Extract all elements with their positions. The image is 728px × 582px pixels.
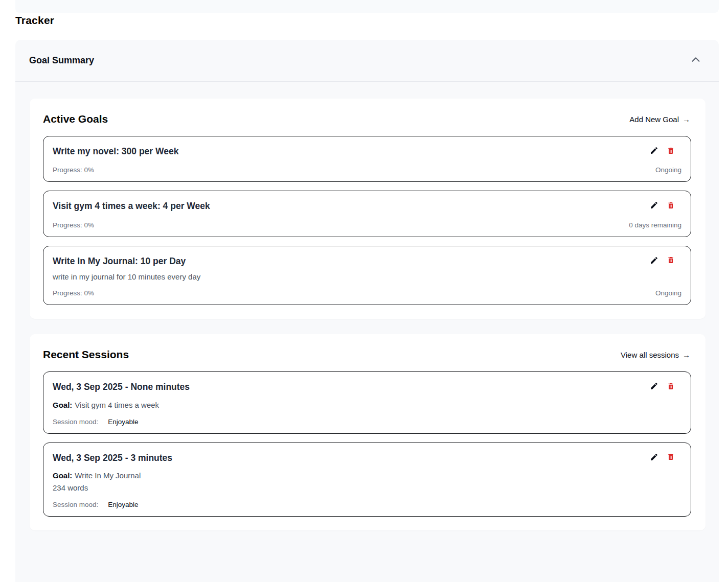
delete-session-button[interactable] <box>666 453 675 462</box>
goal-status: Ongoing <box>655 289 681 297</box>
goal-summary-header[interactable]: Goal Summary <box>15 40 719 82</box>
goal-status: 0 days remaining <box>629 221 681 229</box>
session-goal-value: Visit gym 4 times a week <box>75 401 159 409</box>
goal-progress: Progress: 0% <box>53 289 94 297</box>
pencil-icon <box>650 201 658 211</box>
session-mood-value: Enjoyable <box>108 418 138 426</box>
delete-session-button[interactable] <box>666 382 675 391</box>
view-all-sessions-label: View all sessions <box>621 351 679 359</box>
goal-summary-title: Goal Summary <box>29 55 94 66</box>
goal-summary-card: Goal Summary Active Goals Add New Goal →… <box>15 40 719 582</box>
goal-card: Write In My Journal: 10 per Day <box>43 246 691 305</box>
recent-sessions-panel: Recent Sessions View all sessions → Wed,… <box>30 334 706 530</box>
session-title: Wed, 3 Sep 2025 - None minutes <box>53 381 190 393</box>
add-new-goal-link[interactable]: Add New Goal → <box>629 115 690 124</box>
delete-goal-button[interactable] <box>666 147 675 156</box>
goal-progress: Progress: 0% <box>53 166 94 174</box>
scrolled-card-edge <box>15 0 719 13</box>
trash-icon <box>667 255 675 266</box>
add-new-goal-label: Add New Goal <box>629 115 679 124</box>
goal-card: Write my novel: 300 per Week <box>43 136 691 182</box>
active-goals-title: Active Goals <box>43 113 108 125</box>
arrow-right-icon: → <box>682 115 690 124</box>
session-goal-label: Goal: <box>53 401 72 409</box>
page-title: Tracker <box>15 14 54 27</box>
arrow-right-icon: → <box>682 351 690 359</box>
goal-title: Write In My Journal: 10 per Day <box>53 255 186 268</box>
pencil-icon <box>650 382 658 392</box>
trash-icon <box>667 382 675 392</box>
edit-goal-button[interactable] <box>649 257 658 266</box>
pencil-icon <box>650 453 658 463</box>
chevron-up-icon <box>690 54 701 67</box>
goal-title: Write my novel: 300 per Week <box>53 145 178 158</box>
session-mood-label: Session mood: <box>53 501 98 508</box>
edit-goal-button[interactable] <box>649 147 658 156</box>
recent-sessions-title: Recent Sessions <box>43 348 129 361</box>
session-goal: Goal:Write In My Journal <box>53 471 681 480</box>
session-mood-value: Enjoyable <box>108 501 138 508</box>
goal-title: Visit gym 4 times a week: 4 per Week <box>53 200 210 213</box>
goal-description: write in my journal for 10 minutes every… <box>53 272 681 281</box>
session-goal: Goal:Visit gym 4 times a week <box>53 401 681 409</box>
goal-card: Visit gym 4 times a week: 4 per Week <box>43 191 691 237</box>
edit-goal-button[interactable] <box>649 201 658 211</box>
active-goals-panel: Active Goals Add New Goal → Write my nov… <box>30 99 706 319</box>
session-goal-value: Write In My Journal <box>75 471 141 480</box>
delete-goal-button[interactable] <box>666 201 675 211</box>
delete-goal-button[interactable] <box>666 257 675 266</box>
trash-icon <box>667 201 675 212</box>
collapse-button[interactable] <box>688 53 703 68</box>
goal-summary-body: Active Goals Add New Goal → Write my nov… <box>15 82 719 530</box>
session-title: Wed, 3 Sep 2025 - 3 minutes <box>53 452 172 464</box>
pencil-icon <box>650 146 658 156</box>
session-word-count: 234 words <box>53 483 681 492</box>
pencil-icon <box>650 256 658 266</box>
session-mood: Session mood: Enjoyable <box>53 418 681 426</box>
session-card: Wed, 3 Sep 2025 - 3 minutes <box>43 443 691 517</box>
session-goal-label: Goal: <box>53 471 72 480</box>
trash-icon <box>667 146 675 157</box>
view-all-sessions-link[interactable]: View all sessions → <box>621 351 690 359</box>
session-mood: Session mood: Enjoyable <box>53 501 681 508</box>
goal-status: Ongoing <box>655 166 681 174</box>
edit-session-button[interactable] <box>649 453 658 462</box>
edit-session-button[interactable] <box>649 382 658 391</box>
trash-icon <box>667 452 675 463</box>
goal-progress: Progress: 0% <box>53 221 94 229</box>
session-mood-label: Session mood: <box>53 418 98 426</box>
session-card: Wed, 3 Sep 2025 - None minutes <box>43 371 691 433</box>
